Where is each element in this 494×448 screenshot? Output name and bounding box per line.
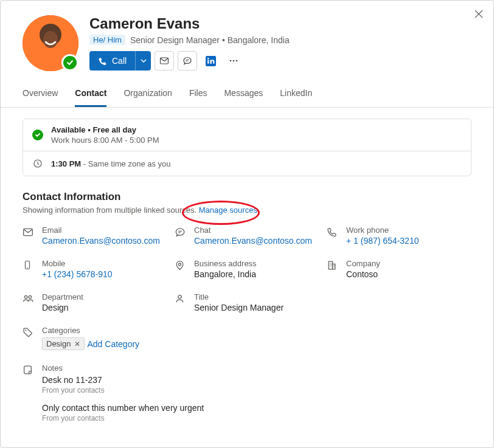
available-icon (32, 129, 44, 141)
tab-bar: Overview Contact Organization Files Mess… (1, 82, 493, 108)
job-title-value: Senior Design Manager (194, 303, 284, 312)
chat-icon (183, 56, 192, 66)
svg-point-14 (27, 267, 27, 268)
chat-icon (175, 227, 187, 238)
svg-point-10 (236, 60, 238, 62)
svg-point-18 (24, 295, 27, 298)
more-horizontal-icon (229, 56, 238, 66)
chat-button[interactable] (178, 51, 197, 71)
info-department: Department Design (23, 292, 167, 312)
close-button[interactable] (473, 8, 485, 20)
call-button[interactable]: Call (89, 51, 135, 71)
tag-icon (23, 327, 35, 337)
person-name: Cameron Evans (89, 15, 471, 32)
svg-point-19 (29, 295, 32, 298)
note-entry: Only contact this number when very urgen… (42, 403, 204, 422)
chevron-down-icon (141, 58, 147, 64)
phone-icon (98, 57, 107, 66)
email-link[interactable]: Cameron.Evans@contoso.com (42, 236, 160, 246)
pronouns-chip: He/ Him (89, 35, 125, 45)
people-icon (23, 294, 35, 305)
info-categories: Categories Design ✕ Add Category (23, 326, 471, 350)
svg-rect-22 (24, 366, 32, 374)
tab-organization[interactable]: Organization (124, 82, 172, 107)
svg-point-8 (230, 60, 232, 62)
note-icon (23, 365, 35, 375)
availability-card: Available • Free all day Work hours 8:00… (23, 119, 471, 176)
svg-point-15 (179, 263, 181, 266)
tab-linkedin[interactable]: LinkedIn (280, 82, 312, 107)
info-work-phone: Work phone + 1 (987) 654-3210 (327, 226, 471, 246)
info-notes: Notes Desk no 11-237 From your contacts … (23, 364, 471, 422)
info-title: Title Senior Design Manager (175, 292, 319, 312)
local-time-text: 1:30 PM - Same time zone as you (51, 159, 171, 168)
address-value: Bangalore, India (194, 269, 257, 279)
role-line: Senior Design Manager • Bangalore, India (130, 35, 290, 45)
mail-button[interactable] (155, 51, 174, 71)
tab-files[interactable]: Files (189, 82, 207, 107)
info-chat: Chat Cameron.Evans@contoso.com (175, 226, 319, 246)
linkedin-icon (206, 56, 216, 66)
phone-icon (327, 227, 339, 237)
mobile-link[interactable]: +1 (234) 5678-910 (42, 269, 113, 279)
svg-point-9 (233, 60, 235, 62)
person-icon (175, 294, 187, 304)
manage-sources-link[interactable]: Manage sources (199, 205, 257, 215)
linkedin-button[interactable] (201, 51, 220, 71)
clock-icon (32, 157, 44, 170)
section-title: Contact Information (23, 191, 471, 203)
more-actions-button[interactable] (224, 51, 243, 71)
tab-messages[interactable]: Messages (224, 82, 263, 107)
svg-point-3 (43, 31, 58, 48)
category-chip[interactable]: Design ✕ (42, 337, 85, 350)
call-split-button[interactable]: Call (89, 51, 151, 71)
avatar (23, 15, 78, 71)
building-icon (327, 260, 339, 271)
svg-point-20 (178, 295, 181, 298)
mail-icon (159, 56, 169, 66)
presence-available-icon (61, 54, 78, 71)
note-entry: Desk no 11-237 From your contacts (42, 375, 204, 395)
info-email: Email Cameron.Evans@contoso.com (23, 226, 167, 246)
mail-icon (23, 227, 35, 238)
call-dropdown-button[interactable] (135, 51, 151, 71)
info-mobile: Mobile +1 (234) 5678-910 (23, 259, 167, 279)
tab-contact[interactable]: Contact (75, 82, 106, 107)
section-subtitle: Showing information from multiple linked… (23, 205, 471, 215)
call-label: Call (112, 56, 127, 66)
chat-link[interactable]: Cameron.Evans@contoso.com (194, 236, 312, 246)
info-company: Company Contoso (327, 259, 471, 279)
location-icon (175, 260, 187, 271)
remove-category-button[interactable]: ✕ (74, 340, 80, 348)
svg-rect-6 (207, 60, 209, 63)
work-phone-link[interactable]: + 1 (987) 654-3210 (346, 236, 419, 246)
company-value: Contoso (346, 269, 380, 279)
availability-text: Available • Free all day (51, 125, 159, 134)
add-category-link[interactable]: Add Category (87, 339, 139, 349)
info-address: Business address Bangalore, India (175, 259, 319, 279)
svg-rect-16 (329, 261, 332, 269)
svg-point-7 (207, 57, 209, 59)
department-value: Design (42, 303, 83, 312)
tab-overview[interactable]: Overview (23, 82, 58, 107)
work-hours-text: Work hours 8:00 AM - 5:00 PM (51, 136, 159, 145)
mobile-icon (23, 260, 35, 270)
profile-header: Cameron Evans He/ Him Senior Design Mana… (1, 1, 493, 78)
svg-point-21 (25, 329, 26, 331)
